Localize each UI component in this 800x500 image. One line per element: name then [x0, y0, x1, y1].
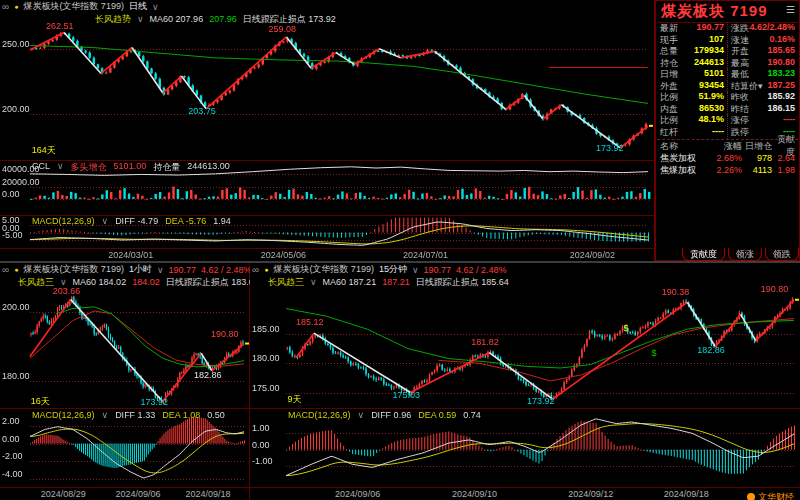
- macd-header-item[interactable]: ∨: [102, 216, 109, 226]
- header-item[interactable]: ∨: [412, 265, 419, 275]
- price-annotation: $: [624, 323, 629, 333]
- price-annotation: 182.86: [697, 345, 725, 355]
- m15-x-axis: 2024/09/062024/09/102024/09/122024/09/18: [250, 487, 800, 499]
- quote-title: 煤炭板块 7199: [661, 2, 768, 21]
- m15-chart-panel: ∞ ● 煤炭板块(文华指数 7199)15分钟∨190.774.62 / 2.4…: [250, 263, 800, 500]
- quote-tab[interactable]: 领跌: [765, 248, 799, 261]
- macd-header-item[interactable]: ∨: [358, 410, 365, 420]
- table-row[interactable]: 焦煤加权2.26%41131.98: [657, 164, 798, 176]
- daily-ccl-header[interactable]: CCL∨多头增仓5101.00持仓量244613.00: [32, 161, 230, 174]
- indicator-item[interactable]: 日线跟踪止损点 183.62: [166, 276, 259, 289]
- ccl-header-item[interactable]: 多头增仓: [71, 161, 107, 174]
- quote-panel: 煤炭板块 7199 ☰ 最新190.77涨跌4.62/2.48%现手107涨速0…: [655, 0, 800, 261]
- hourly-macd-header[interactable]: MACD(12,26,9)∨DIFF 1.33DEA 1.080.50: [32, 410, 225, 420]
- header-item[interactable]: ∨: [152, 2, 159, 12]
- header-item[interactable]: ∨: [157, 265, 164, 275]
- indicator-item[interactable]: 日线跟踪止损点 185.64: [416, 276, 509, 289]
- contribution: 2.64: [772, 153, 795, 163]
- price-annotation: 262.51: [46, 21, 74, 31]
- oi-increase: 4113: [742, 165, 772, 175]
- macd-header-item[interactable]: MACD(12,26,9): [288, 410, 351, 420]
- daily-indicator-row[interactable]: 长风趋势∨MA60 207.96207.96日线跟踪止损点 173.92: [95, 13, 336, 25]
- ccl-header-item[interactable]: CCL: [32, 161, 50, 174]
- indicator-item[interactable]: 187.21: [382, 277, 410, 287]
- m15-indicator-row[interactable]: 长风趋三∨MA60 187.21187.21日线跟踪止损点 185.64: [268, 276, 509, 288]
- hourly-chart-header: ∞ ● 煤炭板块(文华指数 7199)1小时∨190.774.62 / 2.48…: [2, 263, 252, 276]
- header-item[interactable]: 4.62 / 2.48%: [456, 265, 507, 275]
- indicator-item[interactable]: ∨: [310, 277, 317, 287]
- header-item[interactable]: 煤炭板块(文华指数 7199): [23, 0, 124, 13]
- header-item[interactable]: 煤炭板块(文华指数 7199): [273, 263, 374, 276]
- price-annotation: 185.12: [296, 317, 324, 327]
- price-annotation: 182.86: [194, 370, 222, 380]
- macd-header-item[interactable]: DIFF 0.96: [371, 410, 411, 420]
- quote-tab[interactable]: 领涨: [728, 248, 762, 261]
- x-tick-label: 2024/09/06: [328, 489, 388, 499]
- ccl-header-item[interactable]: 持仓量: [153, 161, 180, 174]
- macd-header-item[interactable]: DIFF -4.79: [115, 216, 158, 226]
- indicator-item[interactable]: 长风趋三: [268, 276, 304, 289]
- x-tick-label: 2024/03/01: [101, 250, 161, 260]
- quote-tab[interactable]: 贡献度: [682, 248, 725, 261]
- link-icon[interactable]: ∞: [2, 1, 9, 12]
- x-tick-label: 2024/07/01: [396, 250, 456, 260]
- m15-macd-header[interactable]: MACD(12,26,9)∨DIFF 0.96DEA 0.590.74: [288, 410, 481, 420]
- header-item[interactable]: 190.77: [424, 265, 452, 275]
- ccl-header-item[interactable]: ∨: [57, 161, 64, 174]
- indicator-item[interactable]: 207.96: [209, 14, 237, 24]
- header-item[interactable]: 4.62 / 2.48%: [201, 265, 252, 275]
- indicator-item[interactable]: ∨: [137, 14, 144, 24]
- oi-increase: 978: [742, 153, 772, 163]
- link-icon[interactable]: ∞: [2, 264, 9, 275]
- header-item[interactable]: 煤炭板块(文华指数 7199): [23, 263, 124, 276]
- macd-header-item[interactable]: ∨: [102, 410, 109, 420]
- header-item[interactable]: 190.77: [169, 265, 197, 275]
- table-header-cell[interactable]: 日增仓: [742, 140, 772, 153]
- x-tick-label: 2024/09/18: [178, 489, 238, 499]
- menu-icon[interactable]: ☰: [786, 4, 795, 15]
- macd-header-item[interactable]: DEA 0.59: [418, 410, 456, 420]
- quote-rows: 最新190.77涨跌4.62/2.48%现手107涨速0.16%总量179934…: [657, 22, 798, 138]
- quote-label: 红杆: [660, 126, 678, 139]
- daily-macd-header[interactable]: MACD(12,26,9)∨DIFF -4.79DEA -5.761.94: [32, 216, 231, 226]
- indicator-item[interactable]: MA60 187.21: [323, 277, 377, 287]
- macd-header-item[interactable]: MACD(12,26,9): [32, 216, 95, 226]
- contract-name: 焦煤加权: [660, 164, 708, 177]
- macd-header-item[interactable]: DEA -5.76: [165, 216, 206, 226]
- macd-header-item[interactable]: 0.74: [463, 410, 481, 420]
- macd-header-item[interactable]: DIFF 1.33: [115, 410, 155, 420]
- link-icon[interactable]: ∞: [252, 264, 259, 275]
- macd-header-item[interactable]: MACD(12,26,9): [32, 410, 95, 420]
- price-annotation: 190.38: [662, 287, 690, 297]
- table-header-cell[interactable]: 涨幅: [708, 140, 742, 153]
- instrument-dot-icon: ●: [14, 3, 18, 10]
- hourly-price-canvas[interactable]: [0, 288, 250, 408]
- instrument-dot-icon: ●: [264, 266, 268, 273]
- header-item[interactable]: 1小时: [129, 263, 152, 276]
- daily-price-canvas[interactable]: [0, 26, 654, 160]
- table-row[interactable]: 焦炭加权2.68%9782.64: [657, 152, 798, 164]
- macd-header-item[interactable]: 0.50: [207, 410, 225, 420]
- indicator-item[interactable]: 184.02: [132, 277, 160, 287]
- m15-chart-header: ∞ ● 煤炭板块(文华指数 7199)15分钟∨190.774.62 / 2.4…: [252, 263, 507, 276]
- ccl-header-item[interactable]: 5101.00: [114, 161, 147, 174]
- price-annotation: 16天: [31, 395, 50, 408]
- change-pct: 2.68%: [708, 153, 742, 163]
- macd-header-item[interactable]: 1.94: [213, 216, 231, 226]
- price-annotation: 190.80: [211, 329, 239, 339]
- price-annotation: 164天: [32, 144, 56, 157]
- contributors-table: 名称涨幅日增仓贡献度焦炭加权2.68%9782.64焦煤加权2.26%41131…: [657, 139, 798, 176]
- indicator-item[interactable]: MA60 184.02: [73, 277, 127, 287]
- indicator-item[interactable]: 长风趋势: [95, 13, 131, 26]
- x-tick-label: 2024/09/10: [444, 489, 504, 499]
- header-item[interactable]: 15分钟: [379, 263, 407, 276]
- contribution: 1.98: [772, 165, 795, 175]
- indicator-item[interactable]: 长风趋三: [18, 276, 54, 289]
- macd-header-item[interactable]: DEA 1.08: [162, 410, 200, 420]
- price-annotation: 181.82: [471, 337, 499, 347]
- header-item[interactable]: 日线: [129, 0, 147, 13]
- price-annotation: 259.08: [268, 24, 296, 34]
- price-annotation: 9天: [288, 393, 302, 406]
- indicator-item[interactable]: MA60 207.96: [150, 14, 204, 24]
- ccl-header-item[interactable]: 244613.00: [187, 161, 230, 174]
